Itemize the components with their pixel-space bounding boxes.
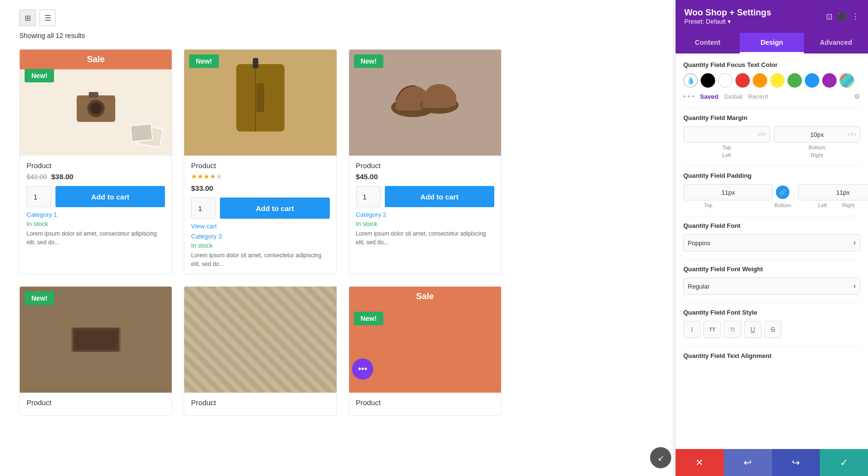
- tab-design[interactable]: Design: [740, 33, 804, 53]
- custom-swatch[interactable]: [840, 73, 854, 88]
- white-swatch[interactable]: [718, 73, 732, 88]
- divider: [683, 216, 860, 216]
- stock-status: In stock: [356, 220, 494, 227]
- eyedropper-swatch[interactable]: 💧: [683, 73, 698, 88]
- tab-content[interactable]: Content: [676, 33, 740, 53]
- qty-font-section: Quantity Field Font Poppins Arial Roboto…: [683, 222, 860, 251]
- margin-labels: Top Bottom: [683, 145, 860, 150]
- margin-left-label: Left: [683, 152, 770, 158]
- saved-tab[interactable]: Saved: [700, 93, 718, 100]
- responsive-icon[interactable]: ⊡: [826, 12, 832, 21]
- add-to-cart-button[interactable]: Add to cart: [55, 186, 165, 207]
- font-select[interactable]: Poppins Arial Roboto Open Sans: [683, 234, 860, 251]
- save-button[interactable]: ✓: [820, 449, 868, 476]
- padding-top-input[interactable]: [683, 184, 773, 200]
- margin-bottom-label: Bottom: [774, 145, 861, 150]
- product-info: Product: [184, 393, 336, 415]
- qty-font-weight-section: Quantity Field Font Weight Regular Bold …: [683, 265, 860, 295]
- red-swatch[interactable]: [735, 73, 750, 88]
- qty-focus-color-label: Quantity Field Focus Text Color: [683, 61, 860, 68]
- font-select-wrapper: Poppins Arial Roboto Open Sans: [683, 234, 860, 251]
- floating-dots-button[interactable]: •••: [352, 358, 373, 380]
- stock-status: In stock: [27, 220, 165, 227]
- yellow-swatch[interactable]: [770, 73, 785, 88]
- cancel-button[interactable]: ✕: [676, 449, 724, 476]
- product-description: Lorem ipsum dolor sit amet, consectetur …: [191, 251, 329, 268]
- blue-swatch[interactable]: [805, 73, 819, 88]
- divider: [683, 303, 860, 303]
- underline-button[interactable]: U: [744, 321, 761, 338]
- undo-button[interactable]: ↩: [724, 449, 772, 476]
- purple-swatch[interactable]: [822, 73, 837, 88]
- main-content: ⊞ ☰ Showing all 12 results Sale New!: [0, 0, 675, 476]
- list-view-button[interactable]: ☰: [40, 10, 56, 26]
- three-dots[interactable]: • • •: [683, 93, 694, 100]
- product-info: Product ★★★★★ $33.00 Add to cart View ca…: [184, 156, 336, 274]
- tab-advanced[interactable]: Advanced: [804, 33, 868, 53]
- product-card: Sale New! Product $42.00 $38.00: [19, 49, 172, 275]
- capitalize-button[interactable]: Tt: [724, 321, 741, 338]
- quantity-input[interactable]: [356, 186, 381, 207]
- font-weight-select[interactable]: Regular Bold Light Medium: [683, 278, 860, 295]
- margin-inputs-row: ＜/＞ ＜/＞: [683, 126, 860, 143]
- margin-right-label: Right: [774, 152, 861, 158]
- link-values-button[interactable]: 🔗: [776, 185, 789, 199]
- divider: [683, 346, 860, 346]
- svg-rect-3: [89, 92, 98, 98]
- qty-font-style-label: Quantity Field Font Style: [683, 309, 860, 316]
- layout-icon[interactable]: ⬛: [837, 12, 847, 21]
- product-card: New! Product ★★★★★ $33.00 Add to cart: [184, 49, 337, 275]
- padding-bottom-input[interactable]: [798, 184, 868, 200]
- padding-top-label: Top: [683, 202, 733, 208]
- bottom-right-icon[interactable]: ↙: [650, 447, 671, 468]
- product-image: New!: [20, 287, 172, 393]
- add-to-cart-button[interactable]: Add to cart: [385, 186, 494, 207]
- product-card: Sale New! Product: [349, 286, 502, 416]
- stock-status: In stock: [191, 242, 329, 249]
- grid-view-button[interactable]: ⊞: [19, 10, 36, 26]
- uppercase-button[interactable]: TT: [704, 321, 721, 338]
- product-name: Product: [356, 398, 494, 407]
- black-swatch[interactable]: [701, 73, 715, 88]
- color-swatches: 💧: [683, 73, 860, 88]
- view-cart-link[interactable]: View cart: [191, 223, 329, 230]
- new-badge: New!: [25, 69, 54, 82]
- product-image: New!: [349, 50, 501, 156]
- add-to-cart-row: Add to cart: [191, 198, 329, 219]
- star-rating: ★★★★★: [191, 172, 329, 180]
- new-badge: New!: [189, 54, 218, 68]
- product-info: Product $45.00 Add to cart Category 2 In…: [349, 156, 501, 252]
- panel-body: Quantity Field Focus Text Color 💧 • • • …: [676, 53, 868, 449]
- padding-bottom-label: Bottom: [758, 202, 808, 208]
- redo-button[interactable]: ↪: [772, 449, 820, 476]
- italic-button[interactable]: I: [683, 321, 701, 338]
- global-tab[interactable]: Global: [724, 93, 743, 100]
- category-link[interactable]: Category 2: [356, 211, 494, 218]
- quantity-input[interactable]: [27, 186, 52, 207]
- products-grid: Sale New! Product $42.00 $38.00: [19, 49, 502, 416]
- recent-tab[interactable]: Recent: [748, 93, 768, 100]
- qty-text-align-label: Quantity Field Text Alignment: [683, 352, 860, 359]
- add-to-cart-button[interactable]: Add to cart: [220, 198, 329, 219]
- product-card: New! Product: [184, 286, 337, 416]
- green-swatch[interactable]: [787, 73, 802, 88]
- strikethrough-button[interactable]: S: [764, 321, 782, 338]
- qty-margin-label: Quantity Field Margin: [683, 114, 860, 121]
- margin-top-label: Top: [683, 145, 770, 150]
- product-name: Product: [27, 161, 165, 170]
- orange-swatch[interactable]: [753, 73, 767, 88]
- category-link[interactable]: Category 3: [191, 233, 329, 240]
- category-link[interactable]: Category 1: [27, 211, 165, 218]
- quantity-input[interactable]: [191, 198, 216, 219]
- settings-cog-icon[interactable]: ⚙: [854, 93, 860, 100]
- new-badge: New!: [354, 312, 383, 325]
- panel-preset[interactable]: Preset: Default ▾: [684, 18, 771, 25]
- results-count: Showing all 12 results: [19, 32, 656, 40]
- product-name: Product: [191, 161, 329, 170]
- qty-padding-section: Quantity Field Padding 🔗 ＜/＞ Top Bottom …: [683, 172, 860, 208]
- product-card: New! Product: [19, 286, 172, 416]
- qty-text-align-section: Quantity Field Text Alignment: [683, 352, 860, 359]
- price: $45.00: [356, 172, 378, 181]
- padding-left-label: Left: [811, 202, 835, 208]
- more-options-icon[interactable]: ⋮: [852, 12, 859, 21]
